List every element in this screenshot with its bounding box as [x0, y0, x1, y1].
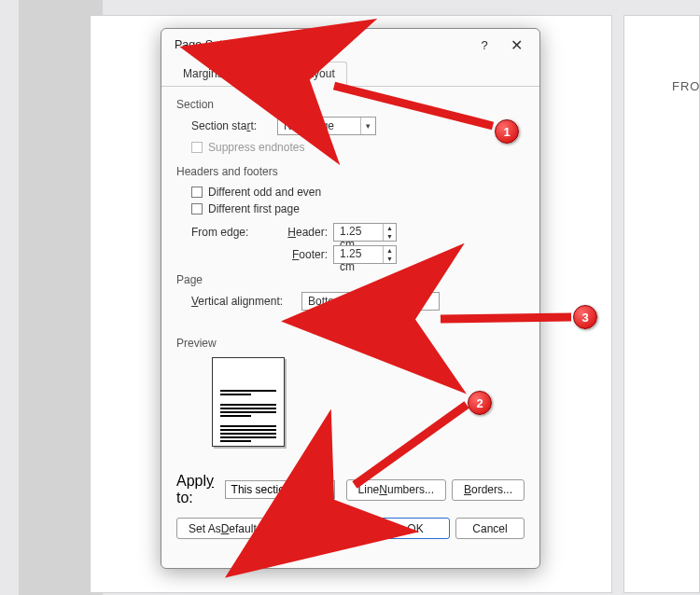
apply-to-combo[interactable]: This section ▾: [225, 480, 335, 499]
tab-layout[interactable]: Layout: [289, 62, 347, 87]
section-start-value: New page: [278, 118, 360, 133]
preview-label: Preview: [176, 337, 525, 350]
line-numbers-button[interactable]: Line Numbers...: [346, 479, 446, 501]
spinner-up-icon[interactable]: ▲: [384, 246, 396, 255]
vertical-alignment-label: Vertical alignment:: [191, 295, 301, 308]
section-start-label: Section start:: [191, 119, 277, 132]
suppress-endnotes-checkbox: Suppress endnotes: [191, 141, 304, 154]
chevron-down-icon: ▾: [319, 481, 334, 498]
callout-3: 3: [573, 305, 597, 329]
vertical-alignment-value: Bottom: [302, 294, 414, 309]
header-edge-label: Header:: [277, 226, 328, 239]
dialog-titlebar: Page Setup ? ✕: [161, 29, 539, 61]
set-as-default-button[interactable]: Set As Default: [176, 518, 269, 539]
suppress-endnotes-label: Suppress endnotes: [208, 141, 304, 154]
ok-button[interactable]: OK: [381, 518, 450, 539]
borders-button[interactable]: Borders...: [452, 479, 525, 501]
footer-edge-value: 1.25 cm: [334, 246, 383, 263]
chevron-down-icon: ▾: [414, 293, 429, 310]
doc-bg-header-right: FRO: [672, 79, 700, 93]
page-setup-dialog: Page Setup ? ✕ Margins Paper Layout Sect…: [161, 28, 540, 569]
spinner-down-icon[interactable]: ▼: [384, 232, 396, 241]
footer-edge-label: Footer:: [277, 248, 328, 261]
section-group-label: Section: [176, 98, 525, 111]
headers-group-label: Headers and footers: [176, 165, 525, 178]
apply-to-value: This section: [226, 482, 319, 497]
tabstrip: Margins Paper Layout: [161, 61, 539, 87]
footer-edge-spinner[interactable]: 1.25 cm ▲▼: [333, 245, 397, 264]
spinner-up-icon[interactable]: ▲: [384, 224, 396, 232]
apply-to-label: Apply to:: [176, 473, 219, 506]
spinner-down-icon[interactable]: ▼: [384, 255, 396, 263]
section-start-combo[interactable]: New page ▾: [277, 117, 376, 135]
header-edge-spinner[interactable]: 1.25 cm ▲▼: [333, 223, 397, 242]
tab-paper[interactable]: Paper: [235, 62, 289, 87]
chevron-down-icon: ▾: [360, 118, 375, 134]
callout-2: 2: [468, 391, 492, 415]
tab-margins[interactable]: Margins: [171, 62, 235, 87]
header-edge-value: 1.25 cm: [334, 224, 383, 241]
from-edge-label: From edge:: [191, 226, 277, 239]
help-button[interactable]: ?: [469, 38, 500, 52]
vertical-alignment-combo[interactable]: Bottom ▾: [301, 292, 440, 311]
callout-1: 1: [495, 119, 519, 144]
diff-first-page-checkbox[interactable]: Different first page: [191, 202, 300, 215]
cancel-button[interactable]: Cancel: [455, 518, 525, 539]
page-group-label: Page: [176, 273, 525, 286]
preview-thumbnail: [212, 357, 285, 447]
close-button[interactable]: ✕: [500, 36, 532, 54]
dialog-title: Page Setup: [175, 38, 469, 51]
diff-odd-even-label: Different odd and even: [208, 186, 321, 199]
diff-odd-even-checkbox[interactable]: Different odd and even: [191, 186, 321, 199]
diff-first-page-label: Different first page: [208, 202, 300, 215]
